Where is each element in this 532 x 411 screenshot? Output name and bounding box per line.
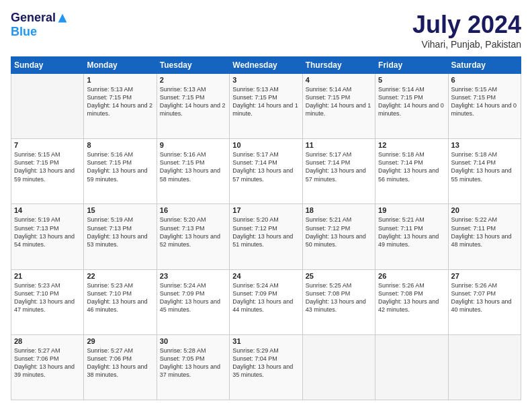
day-number: 4 xyxy=(306,76,372,84)
calendar-cell: 3Sunrise: 5:13 AMSunset: 7:15 PMDaylight… xyxy=(230,74,302,139)
day-number: 6 xyxy=(451,76,518,84)
calendar-cell: 26Sunrise: 5:26 AMSunset: 7:08 PMDayligh… xyxy=(375,269,448,334)
header-row: SundayMondayTuesdayWednesdayThursdayFrid… xyxy=(11,57,521,74)
day-info: Sunrise: 5:14 AMSunset: 7:15 PMDaylight:… xyxy=(306,85,372,118)
day-info: Sunrise: 5:17 AMSunset: 7:14 PMDaylight:… xyxy=(232,150,299,183)
calendar-cell: 11Sunrise: 5:17 AMSunset: 7:14 PMDayligh… xyxy=(302,139,375,204)
day-number: 26 xyxy=(378,272,445,280)
day-number: 11 xyxy=(306,141,372,149)
calendar-cell: 1Sunrise: 5:13 AMSunset: 7:15 PMDaylight… xyxy=(84,74,157,139)
day-number: 17 xyxy=(232,206,299,214)
header: General Blue July 2024 Vihari, Punjab, P… xyxy=(11,11,521,50)
page: General Blue July 2024 Vihari, Punjab, P… xyxy=(0,0,532,411)
day-number: 29 xyxy=(87,337,153,345)
day-info: Sunrise: 5:13 AMSunset: 7:15 PMDaylight:… xyxy=(232,85,299,118)
calendar-cell: 2Sunrise: 5:13 AMSunset: 7:15 PMDaylight… xyxy=(157,74,229,139)
day-info: Sunrise: 5:24 AMSunset: 7:09 PMDaylight:… xyxy=(160,281,226,314)
day-number: 31 xyxy=(232,337,299,345)
day-info: Sunrise: 5:22 AMSunset: 7:11 PMDaylight:… xyxy=(451,216,518,248)
day-info: Sunrise: 5:20 AMSunset: 7:13 PMDaylight:… xyxy=(160,216,226,248)
column-header-friday: Friday xyxy=(375,57,448,74)
title-block: July 2024 Vihari, Punjab, Pakistan xyxy=(412,11,521,50)
column-header-wednesday: Wednesday xyxy=(230,57,302,74)
calendar-cell: 15Sunrise: 5:19 AMSunset: 7:13 PMDayligh… xyxy=(84,204,157,269)
day-number: 15 xyxy=(87,206,153,214)
day-info: Sunrise: 5:27 AMSunset: 7:06 PMDaylight:… xyxy=(87,347,153,379)
day-info: Sunrise: 5:23 AMSunset: 7:10 PMDaylight:… xyxy=(87,281,153,314)
calendar: SundayMondayTuesdayWednesdayThursdayFrid… xyxy=(11,56,521,400)
calendar-cell: 23Sunrise: 5:24 AMSunset: 7:09 PMDayligh… xyxy=(157,269,229,334)
column-header-thursday: Thursday xyxy=(302,57,375,74)
day-info: Sunrise: 5:16 AMSunset: 7:15 PMDaylight:… xyxy=(87,150,153,183)
calendar-cell: 30Sunrise: 5:28 AMSunset: 7:05 PMDayligh… xyxy=(157,334,229,400)
day-info: Sunrise: 5:25 AMSunset: 7:08 PMDaylight:… xyxy=(306,281,372,314)
day-number: 22 xyxy=(87,272,153,280)
logo-text: General xyxy=(11,11,68,25)
day-number: 24 xyxy=(232,272,299,280)
day-info: Sunrise: 5:19 AMSunset: 7:13 PMDaylight:… xyxy=(87,216,153,248)
day-number: 8 xyxy=(87,141,153,149)
calendar-cell: 22Sunrise: 5:23 AMSunset: 7:10 PMDayligh… xyxy=(84,269,157,334)
month-title: July 2024 xyxy=(412,11,521,39)
day-info: Sunrise: 5:16 AMSunset: 7:15 PMDaylight:… xyxy=(160,150,226,183)
day-info: Sunrise: 5:19 AMSunset: 7:13 PMDaylight:… xyxy=(14,216,81,248)
day-info: Sunrise: 5:27 AMSunset: 7:06 PMDaylight:… xyxy=(14,347,81,379)
day-info: Sunrise: 5:24 AMSunset: 7:09 PMDaylight:… xyxy=(232,281,299,314)
day-number: 18 xyxy=(306,206,372,214)
calendar-cell xyxy=(448,334,521,400)
day-number: 2 xyxy=(160,76,226,84)
calendar-body: 1Sunrise: 5:13 AMSunset: 7:15 PMDaylight… xyxy=(11,74,521,400)
calendar-cell: 14Sunrise: 5:19 AMSunset: 7:13 PMDayligh… xyxy=(11,204,84,269)
day-number: 7 xyxy=(14,141,81,149)
week-row-1: 7Sunrise: 5:15 AMSunset: 7:15 PMDaylight… xyxy=(11,139,521,204)
day-number: 10 xyxy=(232,141,299,149)
column-header-monday: Monday xyxy=(84,57,157,74)
calendar-cell xyxy=(302,334,375,400)
calendar-cell: 24Sunrise: 5:24 AMSunset: 7:09 PMDayligh… xyxy=(230,269,302,334)
calendar-cell: 25Sunrise: 5:25 AMSunset: 7:08 PMDayligh… xyxy=(302,269,375,334)
calendar-cell xyxy=(375,334,448,400)
calendar-cell: 10Sunrise: 5:17 AMSunset: 7:14 PMDayligh… xyxy=(230,139,302,204)
week-row-0: 1Sunrise: 5:13 AMSunset: 7:15 PMDaylight… xyxy=(11,74,521,139)
calendar-cell: 18Sunrise: 5:21 AMSunset: 7:12 PMDayligh… xyxy=(302,204,375,269)
logo-general: General xyxy=(11,11,56,25)
calendar-cell: 28Sunrise: 5:27 AMSunset: 7:06 PMDayligh… xyxy=(11,334,84,400)
logo-blue-text: Blue xyxy=(11,25,37,39)
day-info: Sunrise: 5:15 AMSunset: 7:15 PMDaylight:… xyxy=(451,85,518,118)
day-info: Sunrise: 5:18 AMSunset: 7:14 PMDaylight:… xyxy=(378,150,445,183)
calendar-cell: 29Sunrise: 5:27 AMSunset: 7:06 PMDayligh… xyxy=(84,334,157,400)
day-info: Sunrise: 5:13 AMSunset: 7:15 PMDaylight:… xyxy=(87,85,153,118)
column-header-tuesday: Tuesday xyxy=(157,57,229,74)
calendar-cell: 27Sunrise: 5:26 AMSunset: 7:07 PMDayligh… xyxy=(448,269,521,334)
calendar-cell: 4Sunrise: 5:14 AMSunset: 7:15 PMDaylight… xyxy=(302,74,375,139)
calendar-cell: 20Sunrise: 5:22 AMSunset: 7:11 PMDayligh… xyxy=(448,204,521,269)
day-number: 9 xyxy=(160,141,226,149)
day-info: Sunrise: 5:14 AMSunset: 7:15 PMDaylight:… xyxy=(378,85,445,118)
location: Vihari, Punjab, Pakistan xyxy=(412,39,521,50)
column-header-sunday: Sunday xyxy=(11,57,84,74)
calendar-cell: 31Sunrise: 5:29 AMSunset: 7:04 PMDayligh… xyxy=(230,334,302,400)
calendar-cell: 13Sunrise: 5:18 AMSunset: 7:14 PMDayligh… xyxy=(448,139,521,204)
day-info: Sunrise: 5:29 AMSunset: 7:04 PMDaylight:… xyxy=(232,347,299,379)
day-number: 3 xyxy=(232,76,299,84)
day-number: 5 xyxy=(378,76,445,84)
day-info: Sunrise: 5:23 AMSunset: 7:10 PMDaylight:… xyxy=(14,281,81,314)
day-number: 14 xyxy=(14,206,81,214)
day-info: Sunrise: 5:15 AMSunset: 7:15 PMDaylight:… xyxy=(14,150,81,183)
calendar-cell: 19Sunrise: 5:21 AMSunset: 7:11 PMDayligh… xyxy=(375,204,448,269)
day-info: Sunrise: 5:18 AMSunset: 7:14 PMDaylight:… xyxy=(451,150,518,183)
day-info: Sunrise: 5:17 AMSunset: 7:14 PMDaylight:… xyxy=(306,150,372,183)
calendar-cell: 21Sunrise: 5:23 AMSunset: 7:10 PMDayligh… xyxy=(11,269,84,334)
week-row-4: 28Sunrise: 5:27 AMSunset: 7:06 PMDayligh… xyxy=(11,334,521,400)
calendar-cell: 9Sunrise: 5:16 AMSunset: 7:15 PMDaylight… xyxy=(157,139,229,204)
day-info: Sunrise: 5:21 AMSunset: 7:11 PMDaylight:… xyxy=(378,216,445,248)
day-number: 28 xyxy=(14,337,81,345)
calendar-header: SundayMondayTuesdayWednesdayThursdayFrid… xyxy=(11,57,521,74)
week-row-3: 21Sunrise: 5:23 AMSunset: 7:10 PMDayligh… xyxy=(11,269,521,334)
day-number: 20 xyxy=(451,206,518,214)
day-number: 16 xyxy=(160,206,226,214)
calendar-cell: 6Sunrise: 5:15 AMSunset: 7:15 PMDaylight… xyxy=(448,74,521,139)
calendar-cell: 16Sunrise: 5:20 AMSunset: 7:13 PMDayligh… xyxy=(157,204,229,269)
day-info: Sunrise: 5:26 AMSunset: 7:07 PMDaylight:… xyxy=(451,281,518,314)
day-number: 25 xyxy=(306,272,372,280)
